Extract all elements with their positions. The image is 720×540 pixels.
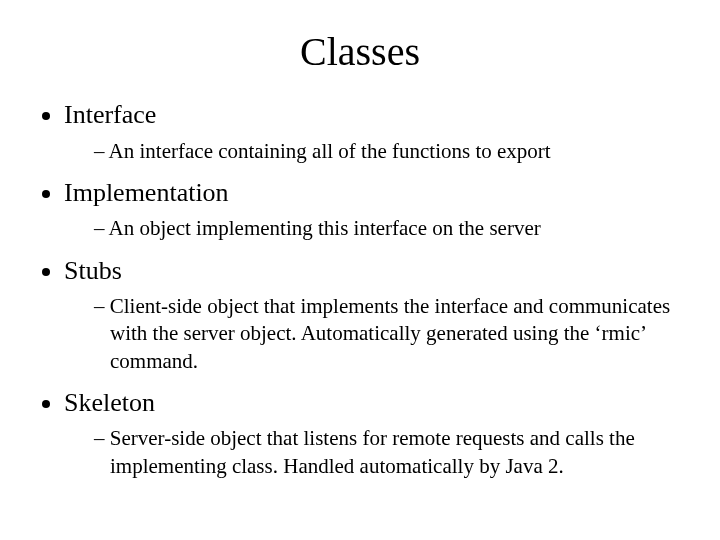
item-heading: Implementation (64, 178, 229, 207)
list-item: Interface An interface containing all of… (64, 99, 680, 165)
item-heading: Interface (64, 100, 156, 129)
slide-title: Classes (40, 28, 680, 75)
item-heading: Stubs (64, 256, 122, 285)
sub-item: Server-side object that listens for remo… (94, 425, 680, 480)
sub-item: An object implementing this interface on… (94, 215, 680, 242)
sub-item: Client-side object that implements the i… (94, 293, 680, 375)
item-heading: Skeleton (64, 388, 155, 417)
sub-item: An interface containing all of the funct… (94, 138, 680, 165)
list-item: Skeleton Server-side object that listens… (64, 387, 680, 480)
sub-list: An object implementing this interface on… (94, 215, 680, 242)
sub-list: Client-side object that implements the i… (94, 293, 680, 375)
sub-list: An interface containing all of the funct… (94, 138, 680, 165)
slide: Classes Interface An interface containin… (0, 0, 720, 540)
bullet-list: Interface An interface containing all of… (64, 99, 680, 480)
sub-list: Server-side object that listens for remo… (94, 425, 680, 480)
list-item: Implementation An object implementing th… (64, 177, 680, 243)
list-item: Stubs Client-side object that implements… (64, 255, 680, 375)
